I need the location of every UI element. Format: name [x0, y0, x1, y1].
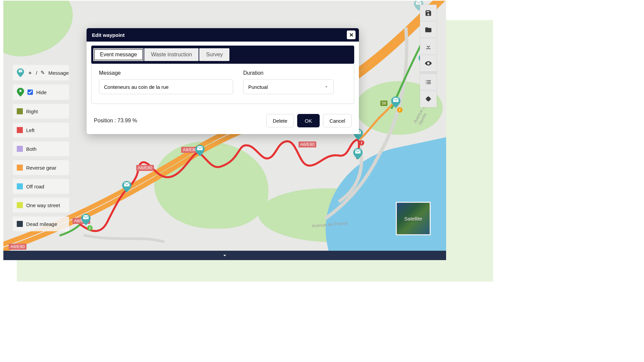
legend-item-right[interactable]: Right	[13, 104, 69, 119]
tool-view[interactable]	[420, 55, 437, 72]
green-pin-icon	[17, 88, 24, 97]
hide-checkbox[interactable]	[28, 89, 33, 95]
chevron-down-icon	[221, 252, 228, 259]
swatch	[17, 127, 23, 133]
highway-label: A8/E80	[299, 141, 316, 147]
satellite-label: Satellite	[404, 216, 422, 222]
pencil-icon: ✎	[41, 70, 45, 76]
plus-icon: ＋	[28, 70, 33, 76]
download-icon	[425, 43, 432, 50]
legend-item-left[interactable]: Left	[13, 123, 69, 137]
legend-item-label: Right	[26, 109, 38, 114]
close-icon: ✕	[349, 32, 354, 38]
tool-locate[interactable]	[420, 90, 437, 107]
legend-hide-label: Hide	[36, 89, 47, 95]
chevron-down-icon	[324, 84, 329, 89]
waypoint-pin[interactable]	[195, 145, 205, 156]
legend-item-label: Left	[26, 127, 35, 133]
swatch	[17, 183, 23, 189]
tab-waste-instruction[interactable]: Waste instruction	[144, 48, 199, 61]
waypoint-pin[interactable]	[353, 148, 363, 160]
info-dot[interactable]: i	[359, 140, 364, 145]
duration-select[interactable]: Punctual	[243, 79, 334, 94]
swatch	[17, 146, 23, 152]
modal-title: Edit waypoint	[92, 32, 125, 38]
exit-badge: 58	[380, 101, 387, 106]
modal-close-button[interactable]: ✕	[347, 31, 356, 39]
svg-rect-0	[83, 215, 89, 219]
svg-rect-5	[393, 98, 398, 102]
waypoint-pin[interactable]	[81, 214, 91, 225]
legend-item-reverse[interactable]: Reverse gear	[13, 160, 69, 175]
legend-item-label: Both	[26, 146, 37, 152]
list-icon	[425, 78, 432, 86]
legend-item-label: Reverse gear	[26, 165, 56, 171]
message-input[interactable]	[99, 79, 233, 94]
legend-item-label: Off road	[26, 184, 44, 189]
legend-item-label: Dead mileage	[26, 221, 57, 227]
tab-survey[interactable]: Survey	[199, 48, 229, 61]
envelope-pin-icon	[17, 68, 24, 77]
legend-item-both[interactable]: Both	[13, 141, 69, 156]
legend-hide-row[interactable]: Hide	[13, 84, 69, 100]
svg-rect-4	[355, 149, 361, 154]
cancel-button[interactable]: Cancel	[323, 114, 352, 127]
tool-list[interactable]	[420, 74, 437, 90]
crosshair-icon	[425, 95, 432, 103]
info-dot[interactable]: i	[87, 225, 93, 231]
modal-tabs: Event message Waste instruction Survey	[91, 46, 354, 64]
legend-message-row[interactable]: ＋ / ✎ Message	[13, 65, 69, 80]
svg-point-9	[19, 90, 21, 92]
svg-rect-7	[416, 1, 421, 5]
waypoint-pin[interactable]	[391, 97, 400, 108]
duration-label: Duration	[243, 70, 334, 76]
swatch	[17, 108, 23, 114]
highway-label: A8/E80	[9, 244, 26, 250]
position-readout: Position : 73.99 %	[94, 118, 137, 124]
swatch	[17, 202, 23, 208]
swatch	[17, 221, 23, 227]
legend-item-deadmileage[interactable]: Dead mileage	[13, 217, 69, 231]
swatch	[17, 165, 23, 171]
save-icon	[425, 9, 432, 17]
folder-icon	[425, 26, 432, 34]
tab-event-message[interactable]: Event message	[93, 48, 144, 61]
edit-waypoint-modal: Edit waypoint ✕ Event message Waste inst…	[87, 28, 359, 134]
map-toolbox	[420, 5, 437, 107]
svg-rect-2	[197, 146, 203, 150]
satellite-toggle[interactable]: Satellite	[396, 202, 431, 235]
ok-button[interactable]: OK	[297, 114, 320, 127]
bottom-expand-bar[interactable]	[3, 251, 446, 260]
waypoint-pin[interactable]	[122, 181, 131, 192]
svg-rect-1	[124, 182, 129, 186]
tool-save[interactable]	[420, 5, 437, 21]
tool-download[interactable]	[420, 38, 437, 55]
legend-item-offroad[interactable]: Off road	[13, 179, 69, 194]
highway-label: A8/E80	[136, 165, 154, 171]
message-label: Message	[99, 70, 233, 76]
legend-item-oneway[interactable]: One way street	[13, 198, 69, 213]
duration-value: Punctual	[248, 84, 268, 90]
legend-item-label: One way street	[26, 202, 60, 208]
info-dot[interactable]: i	[397, 107, 402, 113]
legend-panel: ＋ / ✎ Message Hide Right Left Both Rever…	[13, 65, 69, 231]
delete-button[interactable]: Delete	[266, 114, 293, 127]
tool-folder[interactable]	[420, 21, 437, 38]
svg-rect-8	[19, 70, 22, 72]
legend-message-label: Message	[48, 70, 69, 76]
eye-icon	[425, 60, 432, 67]
